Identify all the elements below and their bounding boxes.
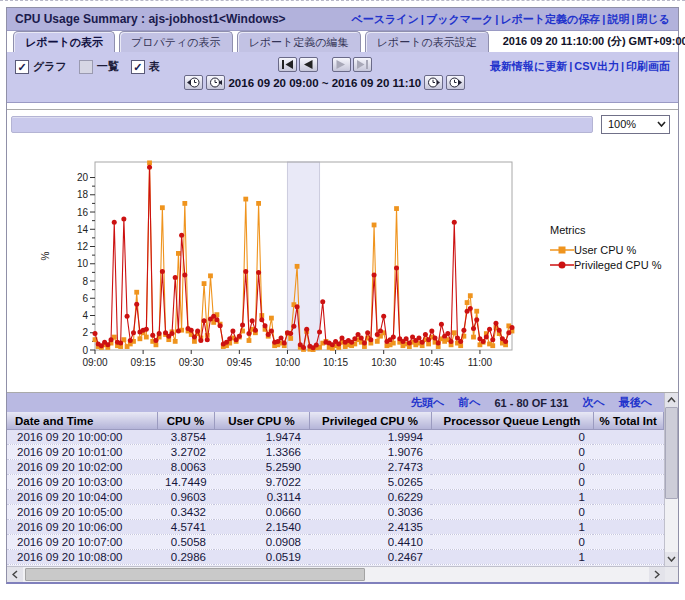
- scroll-right-button[interactable]: [649, 567, 665, 582]
- horizontal-scrollbar[interactable]: [7, 566, 678, 582]
- legend-entry-privileged-cpu: Privileged CPU %: [550, 259, 661, 271]
- toolbar-link-1[interactable]: 最新情報に更新: [490, 60, 567, 72]
- titlebar-link-5[interactable]: 閉じる: [636, 13, 670, 25]
- table-row: 2016 09 20 10:06:004.57412.15402.41351: [7, 520, 664, 535]
- checkbox-graph-label: グラフ: [33, 59, 67, 74]
- time-back-button[interactable]: [206, 75, 225, 90]
- cell-datetime: 2016 09 20 10:05:00: [7, 505, 157, 520]
- vertical-scroll-track[interactable]: [665, 407, 678, 552]
- titlebar-link-4[interactable]: 説明: [607, 13, 629, 25]
- table-row: 2016 09 20 10:01:003.27021.33661.90760: [7, 445, 664, 460]
- scroll-left-icon: [12, 570, 18, 579]
- legend-user-cpu-label: User CPU %: [574, 244, 636, 256]
- svg-text:4: 4: [82, 310, 88, 321]
- zoom-level-value: 100%: [608, 118, 636, 130]
- cell-datetime: 2016 09 20 10:07:00: [7, 535, 157, 550]
- graph-checkbox-icon[interactable]: [15, 60, 29, 74]
- checkbox-graph[interactable]: グラフ: [15, 59, 67, 74]
- svg-text:20: 20: [77, 172, 89, 183]
- checkbox-table-label: 表: [149, 59, 160, 74]
- cell-value: [593, 490, 664, 505]
- titlebar-links: ベースライン|ブックマーク|レポート定義の保存|説明|閉じる: [352, 12, 670, 27]
- toolbar-link-2[interactable]: CSV出力: [574, 60, 619, 72]
- cell-value: 1: [431, 550, 593, 565]
- cell-value: 1: [431, 490, 593, 505]
- checkbox-list-label: 一覧: [97, 59, 119, 74]
- horizontal-scroll-thumb[interactable]: [25, 568, 365, 581]
- cell-datetime: 2016 09 20 10:04:00: [7, 490, 157, 505]
- last-page-button[interactable]: [353, 57, 372, 72]
- pagination-range: 61 - 80 OF 131: [494, 397, 568, 409]
- link-separator: |: [602, 13, 605, 25]
- horizontal-scroll-track[interactable]: [23, 567, 649, 582]
- cell-value: [593, 550, 664, 565]
- titlebar-link-2[interactable]: ブックマーク: [426, 13, 493, 25]
- tab-edit-report-definition[interactable]: レポート定義の編集: [237, 31, 361, 52]
- cell-value: 0.2986: [157, 550, 214, 565]
- checkbox-table[interactable]: 表: [131, 59, 160, 74]
- tab-bar: レポートの表示 プロパティの表示 レポート定義の編集 レポートの表示設定 201…: [7, 31, 678, 52]
- svg-text:09:15: 09:15: [131, 357, 156, 368]
- list-checkbox-icon[interactable]: [79, 60, 93, 74]
- svg-text:0: 0: [82, 345, 88, 356]
- link-separator: |: [495, 13, 498, 25]
- tab-report-display-settings[interactable]: レポートの表示設定: [365, 31, 489, 52]
- cell-value: [593, 520, 664, 535]
- svg-text:16: 16: [77, 207, 89, 218]
- svg-text:8: 8: [82, 276, 88, 287]
- tab-property-view[interactable]: プロパティの表示: [119, 31, 233, 52]
- scroll-left-button[interactable]: [7, 567, 23, 582]
- checkbox-list[interactable]: 一覧: [79, 59, 119, 74]
- pagination-first-link[interactable]: 先頭へ: [411, 395, 444, 410]
- pagination-next-link[interactable]: 次へ: [582, 395, 604, 410]
- zoom-slider-bar[interactable]: [11, 116, 593, 133]
- scroll-down-button[interactable]: [665, 552, 678, 566]
- next-page-icon: [336, 60, 346, 69]
- table-checkbox-icon[interactable]: [131, 60, 145, 74]
- cell-value: 0: [431, 475, 593, 490]
- report-datetime: 2016 09 20 11:10:00 (分) GMT+09:00: [503, 34, 685, 52]
- toolbar-link-3[interactable]: 印刷画面: [626, 60, 670, 72]
- page-nav-buttons: [278, 57, 372, 72]
- scroll-up-button[interactable]: [665, 393, 678, 407]
- titlebar-link-3[interactable]: レポート定義の保存: [500, 13, 600, 25]
- time-back-icon: [209, 77, 222, 88]
- nav-gap: [320, 57, 330, 72]
- svg-text:09:45: 09:45: [227, 357, 252, 368]
- table-row: 2016 09 20 10:07:000.50580.09080.44100: [7, 535, 664, 550]
- zoom-level-select[interactable]: 100%: [601, 115, 670, 134]
- legend-entry-user-cpu: User CPU %: [550, 244, 661, 256]
- cell-value: 5.0265: [309, 475, 431, 490]
- cell-datetime: 2016 09 20 10:06:00: [7, 520, 157, 535]
- column-header-1: Date and Time: [7, 412, 157, 430]
- time-forward-large-button[interactable]: [446, 75, 465, 90]
- next-page-button[interactable]: [332, 57, 351, 72]
- link-separator: |: [421, 13, 424, 25]
- column-header-5: Processor Queue Length: [431, 412, 593, 430]
- titlebar-link-1[interactable]: ベースライン: [352, 13, 419, 25]
- previous-page-button[interactable]: [299, 57, 318, 72]
- time-forward-button[interactable]: [424, 75, 443, 90]
- cell-value: 0.0660: [214, 505, 309, 520]
- svg-text:10:00: 10:00: [275, 357, 300, 368]
- pagination-bar: 先頭へ 前へ 61 - 80 OF 131 次へ 最後へ: [7, 393, 664, 412]
- title-bar: CPU Usage Summary : ajs-jobhost1<Windows…: [7, 8, 678, 31]
- tab-report-view[interactable]: レポートの表示: [13, 31, 115, 52]
- table-row: 2016 09 20 10:04:000.96030.31140.62291: [7, 490, 664, 505]
- vertical-scrollbar[interactable]: [664, 393, 678, 566]
- time-back-large-button[interactable]: [184, 75, 203, 90]
- svg-text:09:30: 09:30: [179, 357, 204, 368]
- svg-text:6: 6: [82, 293, 88, 304]
- first-page-button[interactable]: [278, 57, 297, 72]
- table-body: 2016 09 20 10:00:003.87541.94741.9994020…: [7, 430, 664, 567]
- vertical-scroll-thumb[interactable]: [665, 407, 678, 499]
- table-zone: 先頭へ 前へ 61 - 80 OF 131 次へ 最後へ Date and Ti…: [7, 392, 678, 566]
- cell-value: 1.9474: [214, 430, 309, 445]
- time-forward-icon: [427, 77, 440, 88]
- pagination-last-link[interactable]: 最後へ: [619, 395, 652, 410]
- pagination-prev-link[interactable]: 前へ: [458, 395, 480, 410]
- table-row: 2016 09 20 10:00:003.87541.94741.99940: [7, 430, 664, 445]
- cell-value: 0: [431, 505, 593, 520]
- table-row: 2016 09 20 10:05:000.34320.06600.30360: [7, 505, 664, 520]
- cell-value: [593, 475, 664, 490]
